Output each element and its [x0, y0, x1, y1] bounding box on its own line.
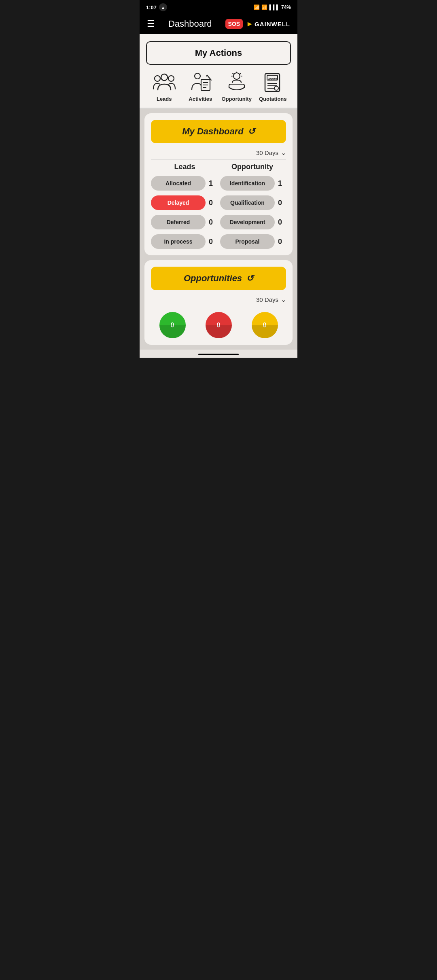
svg-point-2 [161, 74, 168, 81]
main-content: My Actions [140, 34, 297, 358]
identification-badge[interactable]: Identification [220, 176, 275, 191]
chart-row: 0 0 0 [151, 312, 286, 338]
deferred-badge[interactable]: Deferred [151, 215, 206, 229]
allocated-count: 1 [209, 179, 217, 188]
nav-right-group: SOS ► GAINWELL [225, 19, 290, 29]
activities-label: Activities [189, 96, 212, 102]
opportunities-title: Opportunities [184, 273, 242, 284]
period-selector-opportunities[interactable]: 30 Days ⌄ [151, 296, 286, 306]
period-selector-dashboard[interactable]: 30 Days ⌄ [151, 149, 286, 159]
in-process-row: In process 0 [151, 234, 217, 249]
svg-line-12 [240, 73, 241, 74]
opportunities-card: Opportunities ↺ 30 Days ⌄ 0 0 0 [144, 260, 293, 345]
period-chevron-opportunities: ⌄ [281, 296, 286, 303]
delayed-count: 0 [209, 199, 217, 207]
svg-point-1 [168, 76, 174, 81]
activities-icon [188, 71, 212, 93]
svg-point-10 [233, 73, 240, 79]
my-actions-section: My Actions [140, 34, 297, 108]
svg-line-9 [206, 75, 207, 76]
svg-point-22 [274, 86, 278, 90]
bluetooth-icon: 📶 [254, 4, 260, 10]
status-left: 1:07 ▲ [146, 3, 167, 11]
period-chevron-dashboard: ⌄ [281, 149, 286, 157]
opportunity-icon [225, 71, 249, 93]
my-actions-title-box: My Actions [146, 41, 291, 65]
action-opportunity[interactable]: Opportunity [218, 71, 255, 102]
chart-green-value: 0 [171, 322, 174, 329]
leads-column-title: Leads [151, 163, 218, 171]
chart-yellow: 0 [252, 312, 278, 338]
action-activities[interactable]: Activities [182, 71, 219, 102]
development-badge[interactable]: Development [220, 215, 275, 229]
leads-stats-col: Allocated 1 Delayed 0 Deferred 0 In proc… [151, 176, 217, 249]
proposal-badge[interactable]: Proposal [220, 234, 275, 249]
svg-line-13 [233, 73, 233, 74]
allocated-badge[interactable]: Allocated [151, 176, 206, 191]
leads-icon [152, 71, 176, 93]
chart-red-value: 0 [217, 322, 221, 329]
opportunity-label: Opportunity [222, 96, 252, 102]
quotations-icon: Quote [261, 71, 285, 93]
my-dashboard-header[interactable]: My Dashboard ↺ [151, 120, 286, 143]
in-process-badge[interactable]: In process [151, 234, 206, 249]
identification-count: 1 [278, 179, 286, 188]
top-navigation: ☰ Dashboard SOS ► GAINWELL [140, 14, 297, 34]
sos-badge[interactable]: SOS [225, 19, 243, 29]
opportunities-header[interactable]: Opportunities ↺ [151, 267, 286, 290]
brand-logo: ► GAINWELL [246, 20, 290, 28]
page-title: Dashboard [168, 19, 212, 29]
columns-header: Leads Opportunity [151, 163, 286, 171]
deferred-count: 0 [209, 218, 217, 227]
wifi-icon: 📶 [261, 4, 267, 10]
identification-row: Identification 1 [220, 176, 286, 191]
development-row: Development 0 [220, 215, 286, 229]
brand-arrow-icon: ► [246, 20, 254, 28]
bottom-nav-indicator [198, 354, 239, 355]
opportunities-refresh-icon: ↺ [246, 273, 253, 284]
stats-grid: Allocated 1 Delayed 0 Deferred 0 In proc… [151, 176, 286, 249]
development-count: 0 [278, 218, 286, 227]
action-quotations[interactable]: Quote Quotations [255, 71, 291, 102]
svg-point-3 [195, 73, 200, 79]
proposal-count: 0 [278, 238, 286, 246]
delayed-badge[interactable]: Delayed [151, 195, 206, 210]
quotations-label: Quotations [259, 96, 287, 102]
battery-display: 74% [281, 4, 291, 10]
proposal-row: Proposal 0 [220, 234, 286, 249]
action-leads[interactable]: Leads [146, 71, 182, 102]
actions-row: Leads [146, 71, 291, 102]
deferred-row: Deferred 0 [151, 215, 217, 229]
refresh-icon: ↺ [248, 126, 255, 137]
chart-yellow-value: 0 [263, 322, 267, 329]
in-process-count: 0 [209, 238, 217, 246]
qualification-badge[interactable]: Qualification [220, 195, 275, 210]
my-dashboard-title: My Dashboard [182, 126, 244, 137]
status-right: 📶 📶 ▌▌▌ 74% [254, 4, 291, 10]
opportunity-column-title: Opportunity [218, 163, 286, 171]
chart-red: 0 [206, 312, 232, 338]
svg-point-0 [155, 76, 160, 81]
allocated-row: Allocated 1 [151, 176, 217, 191]
hamburger-menu[interactable]: ☰ [147, 19, 155, 29]
period-label-opportunities: 30 Days [256, 296, 278, 303]
time-display: 1:07 [146, 4, 157, 11]
opportunity-stats-col: Identification 1 Qualification 0 Develop… [220, 176, 286, 249]
chart-green: 0 [159, 312, 186, 338]
my-dashboard-card: My Dashboard ↺ 30 Days ⌄ Leads Opportuni… [144, 113, 293, 255]
status-bar: 1:07 ▲ 📶 📶 ▌▌▌ 74% [140, 0, 297, 14]
brand-text: GAINWELL [255, 21, 290, 28]
qualification-row: Qualification 0 [220, 195, 286, 210]
app-icon: ▲ [159, 3, 167, 11]
dashboard-section: My Dashboard ↺ 30 Days ⌄ Leads Opportuni… [140, 108, 297, 350]
period-label-dashboard: 30 Days [256, 149, 278, 156]
delayed-row: Delayed 0 [151, 195, 217, 210]
qualification-count: 0 [278, 199, 286, 207]
leads-label: Leads [157, 96, 172, 102]
my-actions-title: My Actions [195, 48, 242, 58]
signal-icon: ▌▌▌ [269, 4, 280, 10]
svg-text:Quote: Quote [268, 77, 278, 81]
